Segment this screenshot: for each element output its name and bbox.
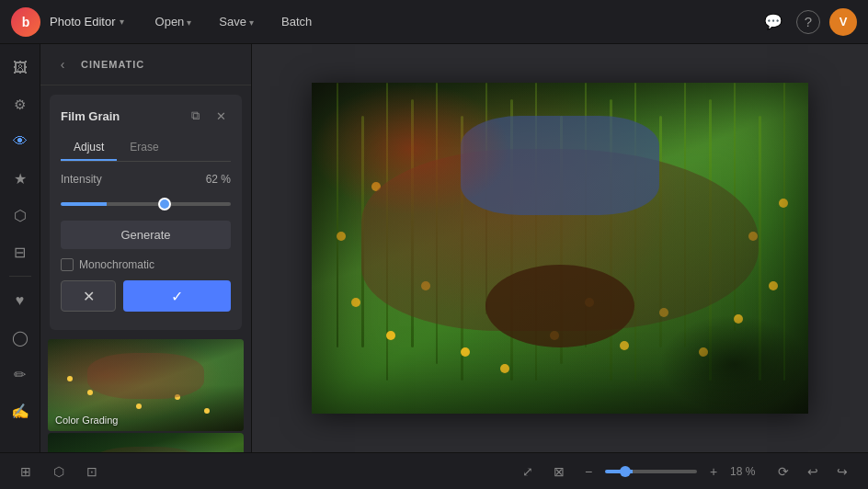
- eye-icon-btn[interactable]: 👁: [4, 125, 37, 158]
- fg-close-icon[interactable]: ✕: [211, 106, 231, 126]
- edit-icon-btn[interactable]: ✍: [4, 394, 37, 427]
- intensity-row: Intensity 62 %: [61, 173, 231, 186]
- fg-card-header: Film Grain ⧉ ✕: [61, 106, 231, 126]
- user-avatar[interactable]: V: [829, 8, 857, 36]
- app-name: Photo Editor: [50, 15, 116, 28]
- fit-icon[interactable]: ⤢: [515, 459, 541, 484]
- confirm-button[interactable]: ✓: [123, 280, 231, 312]
- batch-menu[interactable]: Batch: [268, 9, 325, 34]
- main-image-bg: [312, 83, 808, 414]
- fg-action-row: ✕ ✓: [61, 280, 231, 312]
- thumbnail-list: Color Grading Anamorphic: [40, 339, 251, 452]
- film-grain-card: Film Grain ⧉ ✕ Adjust Erase Intensity 62…: [50, 95, 242, 330]
- zoom-plus-btn[interactable]: +: [702, 461, 725, 483]
- panel-title: CINEMATIC: [81, 59, 144, 70]
- person-hair: [485, 265, 634, 347]
- media-icon-btn[interactable]: 🖼: [4, 51, 37, 85]
- generate-button[interactable]: Generate: [61, 221, 231, 249]
- intensity-slider[interactable]: [61, 202, 231, 206]
- layers-icon-btn[interactable]: ⊟: [4, 235, 37, 268]
- canvas-area: [252, 44, 868, 452]
- icon-bar: 🖼 ⚙ 👁 ★ ⬡ ⊟ ♥ ◯ ✏ ✍: [0, 44, 40, 452]
- topbar-right: 💬 ? V: [760, 8, 857, 36]
- duplicate-bottom-icon[interactable]: ⬡: [46, 459, 72, 484]
- cancel-button[interactable]: ✕: [61, 280, 116, 312]
- main-body: 🖼 ⚙ 👁 ★ ⬡ ⊟ ♥ ◯ ✏ ✍ ‹ CINEMATIC Film Gra…: [0, 44, 868, 452]
- fg-card-actions: ⧉ ✕: [185, 106, 231, 126]
- zoom-slider[interactable]: [605, 470, 697, 473]
- pen-icon-btn[interactable]: ✏: [4, 358, 37, 391]
- intensity-slider-wrap: [61, 193, 231, 210]
- panel-back-button[interactable]: ‹: [51, 53, 74, 75]
- thumbnail-anamorphic[interactable]: Anamorphic: [48, 433, 244, 452]
- thumbnail-color-grading[interactable]: Color Grading: [48, 339, 244, 431]
- intensity-value: 62 %: [206, 173, 231, 186]
- intensity-label: Intensity: [61, 173, 102, 186]
- save-chevron: ▾: [249, 17, 254, 28]
- undo-icon[interactable]: ↩: [800, 459, 826, 484]
- circle-icon-btn[interactable]: ◯: [4, 321, 37, 354]
- expand-icon[interactable]: ⊠: [546, 459, 572, 484]
- vignette-br: [659, 314, 808, 414]
- bottom-bar: ⊞ ⬡ ⊡ ⤢ ⊠ − + 18 % ⟳ ↩ ↪: [0, 452, 868, 489]
- bb-right-icons: ⟳ ↩ ↪: [771, 459, 855, 484]
- chat-icon-btn[interactable]: 💬: [760, 8, 787, 36]
- fg-title: Film Grain: [61, 109, 120, 123]
- person-silhouette-1: [87, 353, 205, 399]
- star-icon-btn[interactable]: ★: [4, 162, 37, 195]
- icon-bar-divider: [9, 276, 31, 277]
- panel-header: ‹ CINEMATIC: [40, 44, 251, 85]
- app-logo[interactable]: b: [11, 7, 40, 37]
- flower-2: [136, 404, 142, 409]
- shape-icon-btn[interactable]: ⬡: [4, 199, 37, 232]
- fg-tabs: Adjust Erase: [61, 135, 231, 162]
- refresh-icon[interactable]: ⟳: [771, 459, 796, 484]
- crop-bottom-icon[interactable]: ⊡: [79, 459, 105, 484]
- topbar: b Photo Editor ▾ Open▾ Save▾ Batch 💬 ? V: [0, 0, 868, 44]
- tab-erase[interactable]: Erase: [117, 135, 171, 161]
- help-icon-btn[interactable]: ?: [796, 10, 820, 34]
- redo-icon[interactable]: ↪: [829, 459, 855, 484]
- flower-1: [87, 390, 93, 395]
- thumb-img-anamorphic: [48, 433, 244, 452]
- fg-copy-icon[interactable]: ⧉: [185, 106, 205, 126]
- topbar-menu: Open▾ Save▾ Batch: [143, 9, 326, 34]
- zoom-controls: ⤢ ⊠ − + 18 %: [515, 459, 763, 484]
- main-image: [312, 83, 808, 414]
- cinematic-glow-tl: [312, 83, 510, 215]
- zoom-value: 18 %: [730, 465, 763, 478]
- adjust-icon-btn[interactable]: ⚙: [4, 88, 37, 121]
- layers-bottom-icon[interactable]: ⊞: [13, 459, 39, 484]
- open-menu[interactable]: Open▾: [143, 9, 205, 34]
- thumb-label-1: Color Grading: [55, 415, 118, 426]
- heart-icon-btn[interactable]: ♥: [4, 284, 37, 317]
- monochromatic-row: Monochromatic: [61, 258, 231, 271]
- app-chevron: ▾: [120, 17, 124, 27]
- zoom-minus-btn[interactable]: −: [577, 461, 600, 483]
- save-menu[interactable]: Save▾: [206, 9, 267, 34]
- tab-adjust[interactable]: Adjust: [61, 135, 117, 161]
- open-chevron: ▾: [187, 17, 191, 28]
- monochromatic-checkbox[interactable]: [61, 258, 74, 271]
- left-panel: ‹ CINEMATIC Film Grain ⧉ ✕ Adjust Erase: [40, 44, 252, 452]
- monochromatic-label: Monochromatic: [79, 258, 154, 271]
